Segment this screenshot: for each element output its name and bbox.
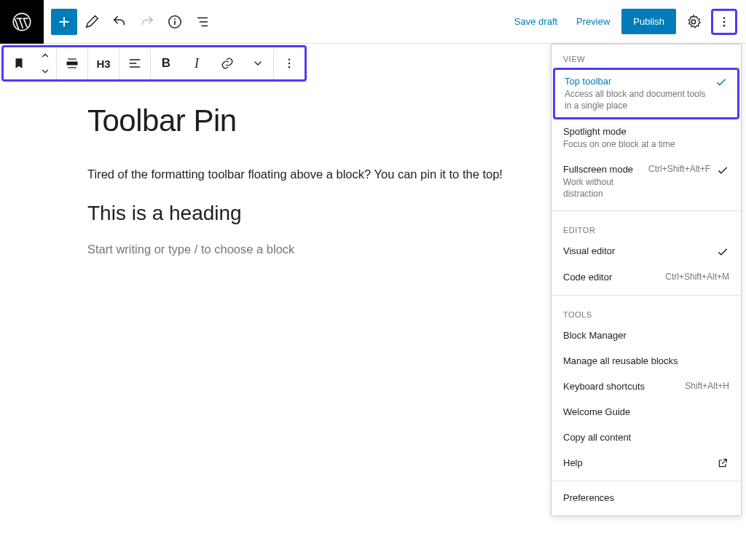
svg-point-4 [723,20,726,23]
menu-item-desc: Work without distraction [563,176,643,200]
menu-item-visual-editor[interactable]: Visual editor [551,239,741,265]
chevron-up-icon [40,50,50,60]
plus-icon [56,14,72,30]
info-button[interactable] [162,9,188,35]
svg-point-7 [288,59,290,60]
options-dropdown: View Top toolbar Access all block and do… [551,44,742,516]
italic-button[interactable]: I [181,47,212,79]
menu-item-title: Code editor [563,272,659,283]
svg-point-8 [288,63,290,64]
menu-divider [551,210,741,211]
menu-divider [551,481,741,481]
menu-item-reusable-blocks[interactable]: Manage all reusable blocks [551,349,741,374]
menu-item-title: Keyboard shortcuts [563,381,679,392]
block-more-options-button[interactable] [274,47,305,79]
info-icon [167,14,183,30]
link-icon [220,56,235,71]
wordpress-icon [12,12,32,32]
external-link-icon [716,457,729,469]
more-rich-text-button[interactable] [243,47,273,79]
preview-link[interactable]: Preview [569,10,617,33]
menu-item-shortcut: Shift+Alt+H [685,381,729,391]
bold-button[interactable]: B [151,47,181,79]
menu-item-shortcut: Ctrl+Shift+Alt+F [648,164,710,174]
section-label-tools: Tools [551,300,741,323]
wp-logo-button[interactable] [0,0,44,44]
align-full-icon [65,56,79,71]
menu-item-title: Top toolbar [565,76,709,87]
settings-button[interactable] [680,9,707,35]
menu-item-title: Help [563,457,710,468]
svg-point-3 [723,17,726,19]
menu-item-copy-all[interactable]: Copy all content [551,425,741,451]
menu-item-preferences[interactable]: Preferences [551,486,741,511]
menu-item-title: Welcome Guide [563,406,729,417]
more-vertical-icon [718,15,731,28]
menu-item-top-toolbar[interactable]: Top toolbar Access all block and documen… [553,68,739,119]
save-draft-link[interactable]: Save draft [507,10,565,33]
move-down-button[interactable] [34,63,56,79]
align-wide-button[interactable] [57,47,87,79]
menu-item-desc: Focus on one block at a time [563,138,729,150]
redo-button[interactable] [134,9,160,35]
menu-item-title: Copy all content [563,432,729,443]
menu-divider [551,295,741,296]
menu-item-title: Manage all reusable blocks [563,355,729,366]
menu-item-keyboard-shortcuts[interactable]: Keyboard shortcuts Shift+Alt+H [551,374,741,400]
menu-item-title: Visual editor [563,245,710,256]
svg-point-9 [288,66,290,68]
bookmark-icon [12,57,25,70]
text-align-button[interactable] [119,47,150,79]
menu-item-title: Preferences [563,492,729,503]
more-vertical-icon [283,57,296,70]
heading-level-button[interactable]: H3 [88,47,119,79]
svg-rect-6 [67,62,78,66]
svg-point-5 [723,24,726,26]
header-left-tools [44,9,216,35]
section-label-editor: Editor [551,216,741,239]
undo-button[interactable] [106,9,133,35]
header-right-tools: Save draft Preview Publish [507,9,740,35]
redo-icon [139,14,155,30]
menu-item-code-editor[interactable]: Code editor Ctrl+Shift+Alt+M [551,265,741,291]
pencil-icon [84,14,100,30]
publish-button[interactable]: Publish [621,9,676,34]
section-label-view: View [551,44,741,68]
align-left-icon [127,56,142,71]
list-outline-icon [195,14,211,30]
editor-header: Save draft Preview Publish [0,0,746,44]
menu-item-fullscreen[interactable]: Fullscreen mode Work without distraction… [551,157,741,206]
paragraph-block[interactable]: Tired of the formatting toolbar floating… [87,167,539,181]
gear-icon [686,14,702,30]
check-icon [716,245,729,259]
block-bookmark-button[interactable] [4,47,34,79]
menu-item-help[interactable]: Help [551,451,741,476]
menu-item-desc: Access all block and document tools in a… [565,88,709,111]
menu-item-block-manager[interactable]: Block Manager [551,323,741,349]
menu-item-welcome-guide[interactable]: Welcome Guide [551,400,741,425]
svg-point-2 [691,20,696,24]
menu-item-spotlight[interactable]: Spotlight mode Focus on one block at a t… [551,119,741,157]
check-icon [716,164,729,177]
tools-select-button[interactable] [79,9,105,35]
chevron-down-icon [40,66,50,76]
menu-item-title: Spotlight mode [563,126,729,137]
menu-item-title: Fullscreen mode [563,164,643,175]
add-block-button[interactable] [51,9,77,35]
block-toolbar: H3 B I [1,45,307,82]
check-icon [715,76,728,89]
options-menu-button[interactable] [711,9,737,35]
move-up-button[interactable] [34,47,56,63]
undo-icon [111,14,127,30]
menu-item-title: Block Manager [563,330,729,341]
link-button[interactable] [212,47,243,79]
outline-button[interactable] [189,9,216,35]
chevron-down-icon [252,58,264,69]
menu-item-shortcut: Ctrl+Shift+Alt+M [665,272,729,282]
